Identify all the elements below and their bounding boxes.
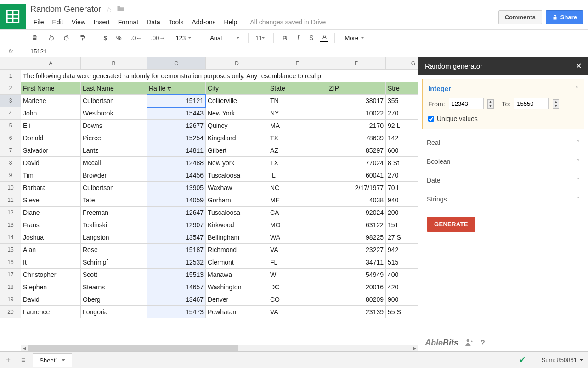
cell[interactable]: Washington bbox=[206, 281, 268, 293]
cell[interactable]: 85297 bbox=[327, 144, 386, 157]
cell[interactable]: 15121 bbox=[147, 95, 206, 107]
cell[interactable]: Joshua bbox=[21, 231, 81, 244]
print-icon[interactable] bbox=[28, 33, 41, 43]
ablebits-logo[interactable]: AbleBits bbox=[425, 338, 458, 348]
cell[interactable]: Manawa bbox=[206, 269, 268, 281]
cell[interactable]: 15513 bbox=[147, 269, 206, 281]
cell[interactable]: 12532 bbox=[147, 256, 206, 269]
cell[interactable]: 15473 bbox=[147, 306, 206, 318]
undo-icon[interactable] bbox=[45, 33, 57, 43]
cell[interactable]: 400 bbox=[386, 269, 418, 281]
cell[interactable]: 15254 bbox=[147, 132, 206, 144]
to-spinner[interactable]: ▲▼ bbox=[553, 99, 559, 109]
cell[interactable]: Eli bbox=[21, 120, 81, 132]
cell[interactable]: 98225 bbox=[327, 231, 386, 244]
status-ok-icon[interactable]: ✔ bbox=[519, 355, 526, 365]
cell[interactable]: 600 bbox=[386, 144, 418, 157]
decrease-decimal-icon[interactable]: .0← bbox=[128, 33, 145, 43]
row-header[interactable]: 13 bbox=[0, 219, 21, 231]
cell[interactable]: Rose bbox=[81, 244, 147, 256]
row-header[interactable]: 7 bbox=[0, 144, 21, 157]
col-header-d[interactable]: D bbox=[206, 58, 268, 70]
cell[interactable]: 900 bbox=[386, 293, 418, 306]
cell[interactable]: 200 bbox=[386, 207, 418, 219]
cell[interactable]: 2170 bbox=[327, 120, 386, 132]
menu-format[interactable]: Format bbox=[115, 17, 141, 27]
cell[interactable]: 92 L bbox=[386, 120, 418, 132]
menu-edit[interactable]: Edit bbox=[49, 17, 67, 27]
cell[interactable]: Culbertson bbox=[81, 182, 147, 194]
cell[interactable]: 14811 bbox=[147, 144, 206, 157]
row-header[interactable]: 11 bbox=[0, 194, 21, 207]
cell[interactable]: 420 bbox=[386, 281, 418, 293]
cell[interactable]: Diane bbox=[21, 207, 81, 219]
col-header-c[interactable]: C bbox=[147, 58, 206, 70]
cell[interactable]: State bbox=[268, 82, 327, 95]
cell[interactable]: IL bbox=[268, 169, 327, 182]
section-strings[interactable]: Strings˅ bbox=[418, 190, 588, 208]
cell[interactable]: 13905 bbox=[147, 182, 206, 194]
font-size-dropdown[interactable]: 11 bbox=[254, 33, 268, 43]
cell[interactable]: Culbertson bbox=[81, 95, 147, 107]
menu-data[interactable]: Data bbox=[143, 17, 164, 27]
cell[interactable]: 92024 bbox=[327, 207, 386, 219]
sum-indicator[interactable]: Sum: 850861 bbox=[542, 356, 583, 363]
add-sheet-icon[interactable]: ＋ bbox=[0, 352, 17, 368]
cell[interactable]: 13467 bbox=[147, 293, 206, 306]
cell[interactable]: 151 bbox=[386, 219, 418, 231]
cell[interactable]: 355 bbox=[386, 95, 418, 107]
cell[interactable]: Waxhaw bbox=[206, 182, 268, 194]
cell[interactable]: 14456 bbox=[147, 169, 206, 182]
menu-insert[interactable]: Insert bbox=[90, 17, 113, 27]
cell[interactable]: Stephen bbox=[21, 281, 81, 293]
col-header-b[interactable]: B bbox=[81, 58, 147, 70]
section-real[interactable]: Real˅ bbox=[418, 133, 588, 152]
team-icon[interactable] bbox=[465, 339, 474, 348]
cell[interactable]: 270 bbox=[386, 169, 418, 182]
horizontal-scrollbar[interactable]: ◀ ▶ bbox=[21, 345, 418, 351]
cell[interactable]: Tuscaloosa bbox=[206, 169, 268, 182]
cell[interactable]: MO bbox=[268, 219, 327, 231]
cell[interactable]: Laurence bbox=[21, 306, 81, 318]
cell[interactable]: Freeman bbox=[81, 207, 147, 219]
cell[interactable]: Raffle # bbox=[147, 82, 206, 95]
cell[interactable]: 20016 bbox=[327, 281, 386, 293]
cell[interactable]: Westbrook bbox=[81, 107, 147, 120]
all-sheets-icon[interactable]: ≡ bbox=[17, 353, 30, 367]
cell[interactable]: Steve bbox=[21, 194, 81, 207]
cell[interactable]: 15443 bbox=[147, 107, 206, 120]
cell[interactable]: Barbara bbox=[21, 182, 81, 194]
italic-icon[interactable]: I bbox=[294, 33, 303, 43]
cell[interactable]: 2/17/1977 bbox=[327, 182, 386, 194]
cell[interactable]: 34711 bbox=[327, 256, 386, 269]
cell[interactable]: Langston bbox=[81, 231, 147, 244]
menu-file[interactable]: File bbox=[30, 17, 47, 27]
redo-icon[interactable] bbox=[61, 33, 73, 43]
cell[interactable]: Quincy bbox=[206, 120, 268, 132]
cell[interactable]: 515 bbox=[386, 256, 418, 269]
row-header[interactable]: 17 bbox=[0, 269, 21, 281]
section-boolean[interactable]: Boolean˅ bbox=[418, 152, 588, 171]
cell[interactable]: 70 L bbox=[386, 182, 418, 194]
currency-icon[interactable]: $ bbox=[101, 33, 110, 43]
col-header-e[interactable]: E bbox=[268, 58, 327, 70]
cell[interactable]: Alan bbox=[21, 244, 81, 256]
cell[interactable]: 23139 bbox=[327, 306, 386, 318]
cell[interactable]: Christopher bbox=[21, 269, 81, 281]
cell[interactable]: Marlene bbox=[21, 95, 81, 107]
cell[interactable]: 142 bbox=[386, 132, 418, 144]
cell[interactable]: Teklinski bbox=[81, 219, 147, 231]
cell[interactable]: Longoria bbox=[81, 306, 147, 318]
cell[interactable]: Denver bbox=[206, 293, 268, 306]
cell[interactable]: New york bbox=[206, 157, 268, 169]
cell[interactable]: Stre bbox=[386, 82, 418, 95]
cell[interactable]: 10022 bbox=[327, 107, 386, 120]
cell[interactable]: 8 St bbox=[386, 157, 418, 169]
cell[interactable]: 23227 bbox=[327, 244, 386, 256]
spreadsheet-grid[interactable]: A B C D E F G 1The following data were g… bbox=[0, 57, 418, 351]
cell[interactable]: FL bbox=[268, 256, 327, 269]
cell[interactable]: 942 bbox=[386, 244, 418, 256]
from-spinner[interactable]: ▲▼ bbox=[487, 99, 494, 109]
row-header[interactable]: 6 bbox=[0, 132, 21, 144]
comments-button[interactable]: Comments bbox=[498, 10, 542, 24]
